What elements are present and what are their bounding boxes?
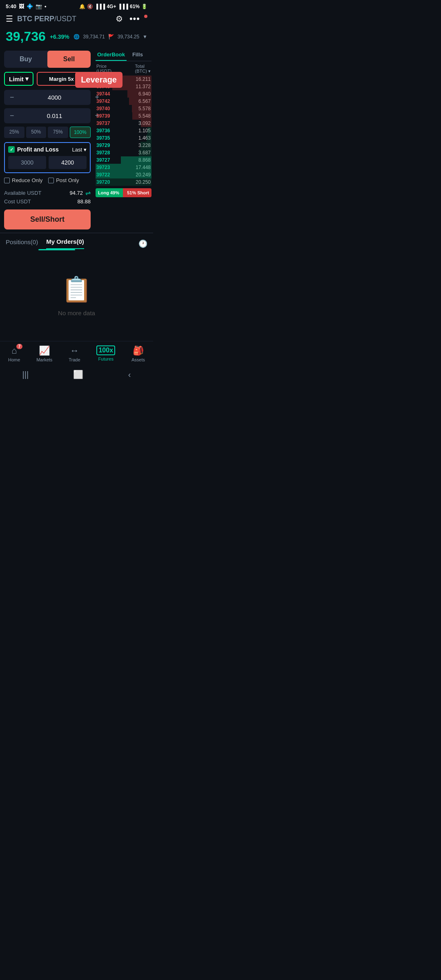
- flag-icon: 🚩: [108, 34, 114, 40]
- pnl-checkbox[interactable]: ✓: [8, 146, 15, 153]
- ask-row[interactable]: 39737 3.092: [96, 120, 151, 127]
- empty-state: 📋 No more data: [0, 250, 153, 341]
- cost-label: Cost USDT: [4, 198, 31, 205]
- swap-icon[interactable]: ⇌: [85, 189, 91, 197]
- refresh-icon[interactable]: 🕐: [138, 239, 147, 248]
- bid-row[interactable]: 39723 17.448: [96, 164, 151, 171]
- trade-nav-item[interactable]: ↔ Trade: [69, 345, 80, 362]
- limit-dropdown[interactable]: Limit ▾: [4, 72, 33, 86]
- price-details: 🌐 39,734.71 🚩 39,734.25 ▼: [74, 34, 147, 40]
- checkboxes-row: Reduce Only Post Only: [4, 177, 91, 183]
- futures-label: Futures: [98, 356, 114, 361]
- reduce-only-item[interactable]: Reduce Only: [4, 177, 42, 183]
- bid-row[interactable]: 39728 3.687: [96, 149, 151, 156]
- reduce-only-checkbox[interactable]: [4, 178, 10, 183]
- back-btn[interactable]: |||: [22, 370, 29, 379]
- tab-bar: ⌂ Home 7 📈 Markets ↔ Trade 100x Futures …: [0, 341, 153, 365]
- price-input-row: − +: [4, 90, 91, 105]
- recents-btn[interactable]: ‹: [128, 370, 131, 379]
- pct-100-btn[interactable]: 100%: [70, 127, 91, 138]
- leverage-badge: Leverage: [75, 72, 122, 88]
- network-label: 4G+: [107, 4, 116, 9]
- trade-label: Trade: [69, 357, 80, 362]
- empty-icon: 📋: [61, 275, 92, 304]
- pct-50-btn[interactable]: 50%: [26, 127, 47, 138]
- buy-sell-tabs: Buy Sell: [4, 51, 91, 68]
- price-input[interactable]: [16, 94, 94, 101]
- pnl-label: Profit and Loss: [17, 146, 59, 153]
- signal2-icon: ▐▐▐: [118, 4, 128, 9]
- ask-row[interactable]: 39739 5.548: [96, 112, 151, 120]
- last-chevron: ▾: [84, 147, 87, 153]
- sell-tab[interactable]: Sell: [47, 51, 91, 68]
- pnl-inputs: 3000 4200: [8, 156, 87, 169]
- signal-icon: ▐▐▐: [95, 4, 105, 9]
- price-row: 39,736 +6.39% 🌐 39,734.71 🚩 39,734.25 ▼: [0, 27, 153, 47]
- short-side: 51% Short: [123, 188, 151, 197]
- flag-price: 39,734.25: [118, 34, 139, 40]
- assets-nav-item[interactable]: 🎒 Assets: [131, 345, 145, 362]
- fills-tab[interactable]: Fills: [131, 50, 145, 61]
- photo-icon: 🖼: [19, 3, 24, 9]
- ask-row[interactable]: 39742 6.567: [96, 98, 151, 105]
- pct-row: 25% 50% 75% 100%: [4, 127, 91, 138]
- main-layout: Buy Sell Limit ▾ Margin 5x ▾ Leverage − …: [0, 47, 153, 233]
- post-only-label: Post Only: [56, 177, 79, 183]
- available-label: Available USDT: [4, 190, 42, 196]
- qty-decrease-btn[interactable]: −: [8, 111, 16, 120]
- menu-icon[interactable]: ☰: [6, 14, 13, 24]
- pair-title[interactable]: BTC PERP/USDT: [17, 15, 76, 23]
- post-only-checkbox[interactable]: [48, 178, 54, 183]
- home-badge: 7: [16, 344, 23, 349]
- margin-dropdown[interactable]: Margin 5x ▾ Leverage: [37, 72, 91, 86]
- battery-pct: 61%: [130, 4, 140, 9]
- pnl-stop-input[interactable]: 3000: [8, 156, 46, 169]
- markets-icon: 📈: [39, 345, 50, 356]
- sell-short-button[interactable]: Sell/Short: [4, 209, 91, 229]
- quantity-input[interactable]: [16, 112, 94, 119]
- pct-75-btn[interactable]: 75%: [48, 127, 68, 138]
- bid-row[interactable]: 39727 8.868: [96, 156, 151, 164]
- pnl-target-input[interactable]: 4200: [49, 156, 87, 169]
- ask-row[interactable]: 39740 5.578: [96, 105, 151, 112]
- pnl-checkbox-row: ✓ Profit and Loss: [8, 146, 59, 153]
- post-only-item[interactable]: Post Only: [48, 177, 79, 183]
- home-btn[interactable]: ⬜: [73, 370, 83, 379]
- my-orders-tab[interactable]: My Orders(0): [46, 238, 84, 249]
- header-left: ☰ BTC PERP/USDT: [6, 14, 76, 24]
- orderbook-tab[interactable]: OrderBook: [96, 50, 127, 61]
- price-decrease-btn[interactable]: −: [8, 93, 16, 102]
- battery-icon: 🔋: [141, 4, 147, 9]
- futures-nav-item[interactable]: 100x Futures: [96, 345, 115, 362]
- pct-25-btn[interactable]: 25%: [4, 127, 24, 138]
- bid-row[interactable]: 39722 20.249: [96, 171, 151, 178]
- order-type-row: Limit ▾ Margin 5x ▾ Leverage: [4, 72, 91, 86]
- cost-row: Cost USDT 88.88: [4, 198, 91, 205]
- left-panel: Buy Sell Limit ▾ Margin 5x ▾ Leverage − …: [0, 47, 94, 233]
- home-nav-item[interactable]: ⌂ Home 7: [8, 345, 20, 362]
- more-options-icon[interactable]: •••: [129, 13, 140, 24]
- available-row: Available USDT 94.72 ⇌: [4, 189, 91, 197]
- diamond-icon: 💠: [27, 3, 33, 9]
- reduce-only-label: Reduce Only: [12, 177, 42, 183]
- pnl-header: ✓ Profit and Loss Last ▾: [8, 146, 87, 153]
- bid-row[interactable]: 39729 3.228: [96, 142, 151, 149]
- limit-chevron: ▾: [25, 75, 29, 82]
- bid-row[interactable]: 39736 1.105: [96, 127, 151, 134]
- markets-nav-item[interactable]: 📈 Markets: [36, 345, 52, 362]
- positions-tab[interactable]: Positions(0): [6, 238, 38, 249]
- dot-indicator: •: [45, 3, 47, 9]
- cost-value: 88.88: [77, 198, 91, 205]
- bid-row[interactable]: 39720 20.250: [96, 178, 151, 186]
- trade-icon: ↔: [70, 345, 79, 356]
- alarm-icon: 🔔: [79, 4, 85, 9]
- quantity-input-row: − +: [4, 108, 91, 123]
- expand-icon[interactable]: ▼: [143, 34, 147, 40]
- ask-row[interactable]: 39744 6.940: [96, 90, 151, 98]
- bid-row[interactable]: 39735 1.463: [96, 134, 151, 142]
- instagram-icon: 📷: [36, 3, 42, 9]
- buy-tab[interactable]: Buy: [4, 51, 47, 68]
- chart-settings-icon[interactable]: ⚙: [116, 14, 123, 24]
- orderbook-tabs: OrderBook Fills: [96, 50, 151, 61]
- pnl-last-dropdown[interactable]: Last ▾: [72, 147, 87, 153]
